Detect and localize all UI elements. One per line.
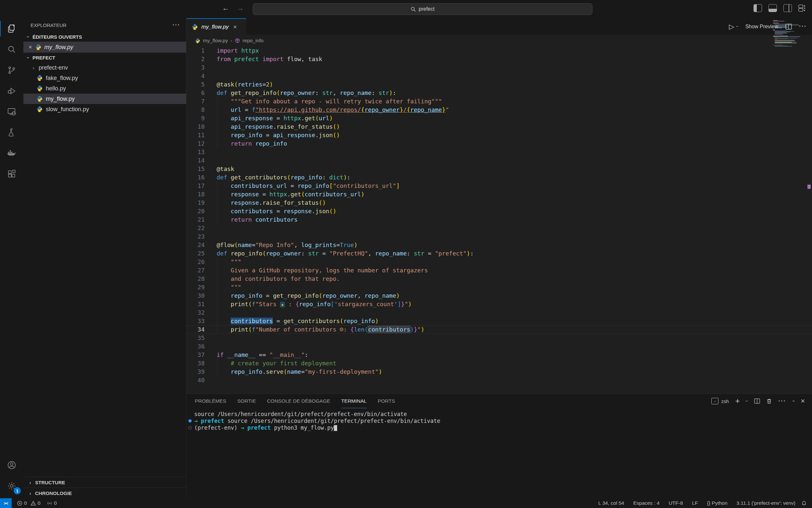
status-item[interactable]: 3.11.1 ('prefect-env': venv) [737, 500, 796, 506]
kill-terminal-icon[interactable] [767, 398, 772, 404]
code-line[interactable]: 28 and contributors for that repo. [186, 274, 812, 283]
code-line[interactable]: 2from prefect import flow, task [186, 55, 812, 64]
code-line[interactable]: 25def repo_info(repo_owner: str = "Prefe… [186, 249, 812, 258]
code-line[interactable]: 22 [186, 224, 812, 232]
tree-item-hello.py[interactable]: hello.py [23, 83, 186, 94]
code-line[interactable]: 12 return repo_info [186, 139, 812, 148]
code-line[interactable]: 4 [186, 72, 812, 80]
docker-icon[interactable] [0, 143, 23, 164]
show-preview-button[interactable]: Show Preview [746, 24, 778, 30]
code-line[interactable]: 31 print(f"Stars ★ : {repo_info['stargaz… [186, 300, 812, 308]
code-line[interactable]: 40 [186, 376, 812, 384]
open-editors-section[interactable]: › ÉDITEURS OUVERTS [23, 32, 186, 42]
maximize-panel-icon[interactable]: › [791, 400, 796, 402]
code-line[interactable]: 16def get_contributors(repo_info: dict): [186, 173, 812, 182]
code-line[interactable]: 14 [186, 156, 812, 165]
remote-explorer-icon[interactable] [0, 101, 23, 122]
split-terminal-icon[interactable] [754, 398, 760, 404]
code-line[interactable]: 38 # create your first deployment [186, 359, 812, 368]
new-terminal-icon[interactable]: + [735, 396, 740, 406]
extensions-icon[interactable] [0, 164, 23, 184]
project-section[interactable]: › PREFECT [23, 53, 186, 62]
testing-icon[interactable] [0, 122, 23, 143]
editor-more-actions-icon[interactable]: ··· [799, 23, 807, 30]
panel-tab-terminal[interactable]: TERMINAL [341, 394, 367, 408]
toggle-panel-icon[interactable] [768, 4, 777, 12]
run-python-file-icon[interactable]: ▷ [729, 23, 734, 31]
command-center-search[interactable]: prefect [253, 3, 592, 15]
panel-tab-ports[interactable]: PORTS [378, 394, 395, 408]
code-line[interactable]: 23 [186, 232, 812, 241]
tree-item-fake_flow.py[interactable]: fake_flow.py [23, 73, 186, 83]
panel-tab-console-de-d-bogage[interactable]: CONSOLE DE DÉBOGAGE [267, 394, 330, 408]
close-icon[interactable]: × [29, 44, 32, 51]
code-line[interactable]: 34 print(f"Number of contributors ☺: {le… [186, 325, 812, 334]
code-line[interactable]: 10 api_response.raise_for_status() [186, 123, 812, 131]
open-editor-item[interactable]: × my_flow.py [23, 42, 186, 53]
code-line[interactable]: 39 repo_info.serve(name="my-first-deploy… [186, 368, 812, 376]
run-dropdown-icon[interactable]: › [735, 26, 740, 27]
breadcrumb-symbol[interactable]: repo_info [243, 38, 264, 44]
ports-status[interactable]: 0 [47, 500, 57, 506]
code-line[interactable]: 24@flow(name="Repo Info", log_prints=Tru… [186, 241, 812, 249]
code-line[interactable]: 33 contributors = get_contributors(repo_… [186, 317, 812, 325]
code-line[interactable]: 11 repo_info = api_response.json() [186, 131, 812, 139]
code-line[interactable]: 21 return contributors [186, 215, 812, 224]
breadcrumb-file[interactable]: my_flow.py [203, 38, 228, 44]
code-line[interactable]: 3 [186, 64, 812, 72]
code-line[interactable]: 13 [186, 148, 812, 156]
status-item[interactable]: UTF-8 [669, 500, 683, 506]
code-line[interactable]: 35 [186, 334, 812, 342]
panel-tab-probl-mes[interactable]: PROBLÈMES [195, 394, 226, 408]
code-line[interactable]: 29 """ [186, 283, 812, 292]
tab-my-flow[interactable]: my_flow.py × [186, 18, 246, 35]
panel-more-actions-icon[interactable]: ··· [778, 398, 786, 405]
status-item[interactable]: Espaces : 4 [633, 500, 660, 506]
tree-item-slow_function.py[interactable]: slow_function.py [23, 104, 186, 115]
code-line[interactable]: 8 url = f"https://api.github.com/repos/{… [186, 105, 812, 114]
code-line[interactable]: 26 """ [186, 258, 812, 266]
tree-item-my_flow.py[interactable]: my_flow.py [23, 94, 186, 104]
code-line[interactable]: 15@task [186, 165, 812, 173]
terminal[interactable]: source /Users/henricourdent/git/prefect/… [194, 411, 806, 496]
nav-back-icon[interactable]: ← [221, 4, 231, 12]
code-line[interactable]: 1import httpx [186, 46, 812, 55]
problems-status[interactable]: 0 0 [17, 500, 40, 506]
code-line[interactable]: 36 [186, 342, 812, 351]
close-panel-icon[interactable]: × [801, 397, 805, 405]
code-line[interactable]: 37if __name__ == "__main__": [186, 351, 812, 359]
toggle-secondary-sidebar-icon[interactable] [783, 4, 792, 12]
code-line[interactable]: 5@task(retries=2) [186, 80, 812, 89]
nav-forward-icon[interactable]: → [236, 4, 245, 12]
code-line[interactable]: 18 response = httpx.get(contributors_url… [186, 190, 812, 199]
notifications-bell-icon[interactable] [801, 501, 807, 506]
code-line[interactable]: 9 api_response = httpx.get(url) [186, 114, 812, 123]
timeline-section[interactable]: › CHRONOLOGIE [23, 488, 186, 498]
panel-tab-sortie[interactable]: SORTIE [237, 394, 256, 408]
code-line[interactable]: 27 Given a GitHub repository, logs the n… [186, 266, 812, 274]
settings-gear-icon[interactable]: 1 [0, 475, 23, 496]
toggle-sidebar-icon[interactable] [754, 4, 762, 12]
terminal-dropdown-icon[interactable]: › [745, 400, 750, 402]
status-item[interactable]: {} Python [707, 500, 727, 506]
code-line[interactable]: 20 contributors = response.json() [186, 207, 812, 215]
structure-section[interactable]: › STRUCTURE [23, 477, 186, 488]
status-item[interactable]: L 34, col 54 [598, 500, 624, 506]
source-control-icon[interactable] [0, 60, 23, 81]
search-view-icon[interactable] [0, 39, 23, 60]
status-item[interactable]: LF [692, 500, 698, 506]
run-debug-icon[interactable] [0, 81, 23, 101]
tree-item-prefect-env[interactable]: ›prefect-env [23, 62, 186, 73]
code-line[interactable]: 30 repo_info = get_repo_info(repo_owner,… [186, 292, 812, 300]
code-line[interactable]: 32 [186, 308, 812, 317]
tab-close-icon[interactable]: × [233, 24, 237, 31]
code-line[interactable]: 19 response.raise_for_status() [186, 199, 812, 207]
account-icon[interactable] [0, 455, 23, 475]
code-line[interactable]: 6def get_repo_info(repo_owner: str, repo… [186, 89, 812, 97]
terminal-shell-selector[interactable]: › zsh [711, 398, 728, 404]
explorer-more-actions-icon[interactable]: ··· [173, 22, 180, 29]
code-area[interactable]: 1import httpx2from prefect import flow, … [186, 46, 812, 393]
customize-layout-icon[interactable] [798, 5, 806, 12]
code-line[interactable]: 17 contributors_url = repo_info["contrib… [186, 182, 812, 190]
remote-indicator[interactable]: >< [0, 498, 12, 508]
